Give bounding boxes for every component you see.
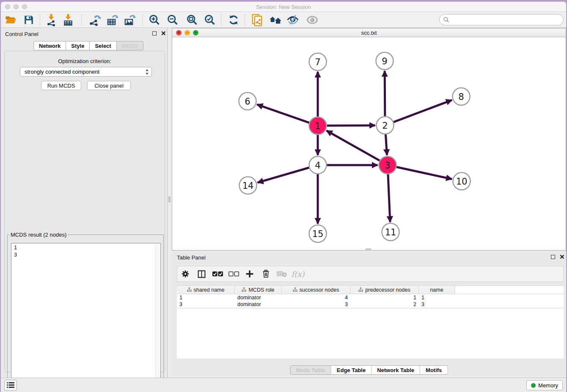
close-panel-button[interactable]: Close panel <box>87 81 131 90</box>
delete-table-icon[interactable] <box>274 267 290 281</box>
zoom-in-icon[interactable] <box>148 13 161 27</box>
splitter-grip-horizontal[interactable] <box>366 248 371 251</box>
node-table: shared nameMCDS rolesuccessor nodesprede… <box>177 285 564 308</box>
float-table-panel-icon[interactable] <box>551 255 555 259</box>
node-14[interactable]: 14 <box>239 177 257 194</box>
memory-button[interactable]: Memory <box>526 380 563 390</box>
save-session-icon[interactable] <box>22 13 36 27</box>
edge-1-2[interactable] <box>327 125 375 126</box>
edge-3-10[interactable] <box>396 167 452 179</box>
zoom-out-icon[interactable] <box>166 13 179 27</box>
tab-mcds[interactable]: MCDS <box>117 41 143 50</box>
node-1[interactable]: 1 <box>309 117 327 135</box>
edge-2-3[interactable] <box>385 134 387 155</box>
column-header-predecessor-nodes[interactable]: predecessor nodes <box>350 286 419 294</box>
column-header-shared-name[interactable]: shared name <box>177 286 235 294</box>
memory-status-icon <box>531 383 536 388</box>
zoom-selected-icon[interactable] <box>203 13 217 27</box>
edge-3-11[interactable] <box>388 174 390 222</box>
window-title: Session: New Session <box>1 4 566 10</box>
clone-network-icon[interactable] <box>250 13 264 27</box>
search-input[interactable] <box>452 17 560 23</box>
node-7[interactable]: 7 <box>309 53 327 71</box>
node-15[interactable]: 15 <box>309 225 327 243</box>
mcds-panel: Optimization criterion: strongly connect… <box>4 51 165 373</box>
tab-select[interactable]: Select <box>90 41 116 50</box>
add-column-icon[interactable] <box>242 267 258 281</box>
toolbar-separator <box>221 14 221 25</box>
tab-node-table[interactable]: Node Table <box>290 365 331 375</box>
svg-text:7: 7 <box>315 57 320 67</box>
table-cell: 2 <box>350 301 419 308</box>
svg-text:9: 9 <box>382 56 387 66</box>
import-table-icon[interactable] <box>61 13 75 27</box>
show-all-icon[interactable] <box>306 13 319 27</box>
edge-2-9[interactable] <box>385 71 385 116</box>
node-6[interactable]: 6 <box>239 93 256 110</box>
mcds-result-list[interactable]: 13 <box>11 243 161 392</box>
run-mcds-button[interactable]: Run MCDS <box>41 81 81 90</box>
splitter-grip-vertical[interactable] <box>168 196 171 202</box>
memory-label: Memory <box>538 382 558 389</box>
split-panel-icon[interactable] <box>193 267 209 281</box>
function-builder-icon[interactable]: f(x) <box>290 267 306 281</box>
edge-1-6[interactable] <box>257 105 309 123</box>
sort-hierarchy-icon <box>187 287 192 292</box>
node-9[interactable]: 9 <box>376 52 394 70</box>
column-label: MCDS role <box>248 287 274 293</box>
open-file-icon[interactable] <box>4 13 17 27</box>
svg-text:14: 14 <box>242 181 254 191</box>
select-all-checks-icon[interactable] <box>209 267 226 281</box>
deselect-all-checks-icon[interactable] <box>226 267 242 281</box>
column-label: shared name <box>194 287 225 293</box>
zoom-fit-icon[interactable] <box>185 13 199 27</box>
export-table-icon[interactable] <box>106 13 119 27</box>
result-scrollbar[interactable] <box>155 244 160 392</box>
optimization-criterion-label: Optimization criterion: <box>5 58 165 64</box>
edge-4-14[interactable] <box>258 168 309 182</box>
table-cell: 4 <box>282 294 350 301</box>
table-body-area[interactable] <box>177 309 564 359</box>
tab-style[interactable]: Style <box>66 41 90 50</box>
network-canvas[interactable]: 7968124314101511 <box>172 37 566 250</box>
tab-edge-table[interactable]: Edge Table <box>331 365 372 375</box>
tab-motifs[interactable]: Motifs <box>420 365 448 375</box>
node-3[interactable]: 3 <box>379 157 396 174</box>
tab-network[interactable]: Network <box>33 41 66 50</box>
mcds-result-title: MCDS result (2 nodes) <box>9 232 68 238</box>
column-header-name[interactable]: name <box>419 286 455 294</box>
node-4[interactable]: 4 <box>309 157 327 174</box>
close-panel-icon[interactable]: ✕ <box>161 31 166 36</box>
table-settings-icon[interactable] <box>177 267 193 281</box>
node-2[interactable]: 2 <box>377 117 394 134</box>
table-tabs: Node TableEdge TableNetwork TableMotifs <box>290 365 448 375</box>
column-header-filler <box>455 286 564 294</box>
float-panel-icon[interactable] <box>152 31 157 36</box>
table-cell: 1 <box>350 294 419 301</box>
criterion-select[interactable]: strongly connected component <box>20 67 152 77</box>
node-8[interactable]: 8 <box>453 88 470 105</box>
delete-columns-icon[interactable] <box>258 267 274 281</box>
column-header-MCDS-role[interactable]: MCDS role <box>235 286 282 294</box>
edge-3-1[interactable] <box>326 131 380 161</box>
export-network-icon[interactable] <box>88 13 102 27</box>
search-icon <box>443 17 449 23</box>
column-header-successor-nodes[interactable]: successor nodes <box>282 286 350 294</box>
task-history-button[interactable] <box>4 380 17 391</box>
edge-2-8[interactable] <box>394 100 452 122</box>
node-10[interactable]: 10 <box>453 173 471 190</box>
table-row[interactable]: 3dominator323 <box>177 301 564 308</box>
close-table-panel-icon[interactable]: ✕ <box>559 255 565 259</box>
hide-selected-icon[interactable] <box>286 13 300 27</box>
table-cell: 3 <box>282 301 350 308</box>
table-cell: 1 <box>419 294 455 301</box>
node-11[interactable]: 11 <box>382 224 399 241</box>
tab-network-table[interactable]: Network Table <box>372 365 420 375</box>
import-network-icon[interactable] <box>44 13 58 27</box>
status-bar: Memory <box>1 378 566 392</box>
export-image-icon[interactable] <box>123 13 137 27</box>
refresh-view-icon[interactable] <box>227 13 240 27</box>
table-row[interactable]: 1dominator411 <box>177 294 564 301</box>
first-neighbors-icon[interactable] <box>269 13 282 27</box>
network-title: scc.txt <box>172 30 566 36</box>
